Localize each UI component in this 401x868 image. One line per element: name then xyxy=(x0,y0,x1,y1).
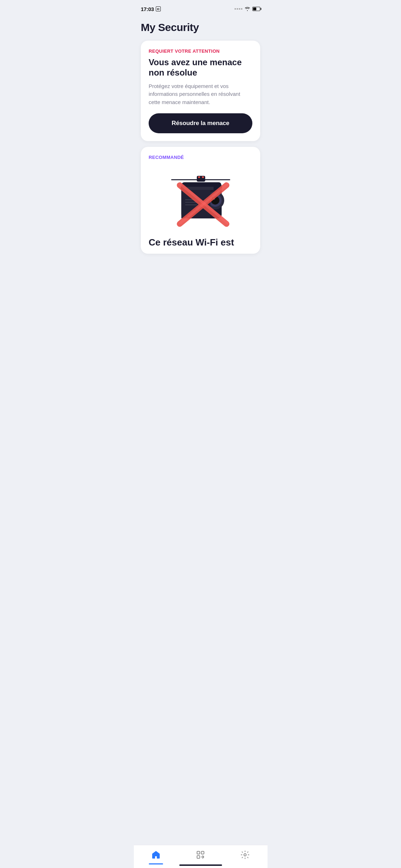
signal-icon xyxy=(235,8,242,10)
wifi-icon xyxy=(245,7,250,11)
security-camera-icon xyxy=(161,167,240,235)
alert-title: Vous avez une menace non résolue xyxy=(149,57,252,78)
page-title: My Security xyxy=(141,21,260,33)
svg-rect-1 xyxy=(197,176,205,182)
camera-illustration xyxy=(149,166,252,237)
status-bar: 17:03 ID xyxy=(134,0,267,16)
svg-point-3 xyxy=(202,176,204,178)
page-content: My Security Requiert votre attention Vou… xyxy=(134,16,267,265)
svg-point-2 xyxy=(198,176,200,178)
alert-card: Requiert votre attention Vous avez une m… xyxy=(141,41,260,141)
alert-label: Requiert votre attention xyxy=(149,48,252,54)
wifi-card-title: Ce réseau Wi-Fi est xyxy=(149,237,252,254)
status-time: 17:03 xyxy=(141,6,154,12)
battery-icon xyxy=(252,7,260,11)
status-icons xyxy=(235,7,260,11)
recommended-card: Recommandé xyxy=(141,147,260,254)
resolve-button[interactable]: Résoudre la menace xyxy=(149,113,252,133)
id-badge-icon: ID xyxy=(156,6,161,11)
recommended-label: Recommandé xyxy=(149,155,252,160)
alert-description: Protégez votre équipement et vos informa… xyxy=(149,82,252,107)
